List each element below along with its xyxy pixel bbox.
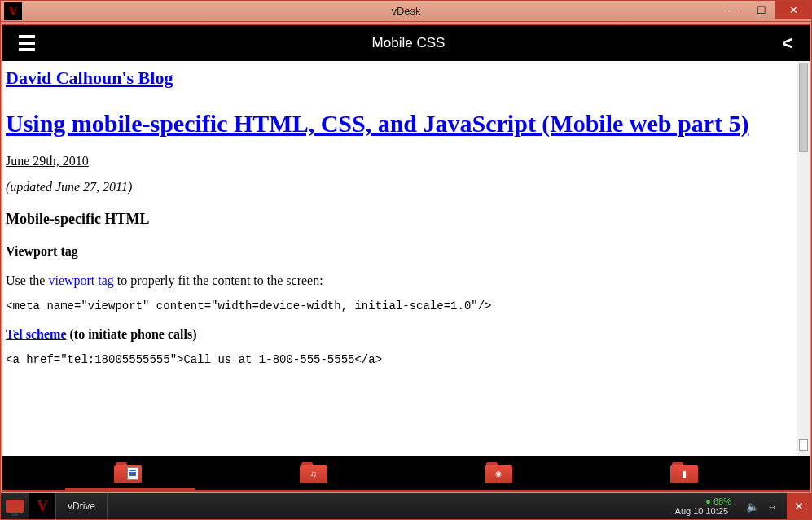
section-heading: Mobile-specific HTML <box>6 211 793 228</box>
content-wrap: David Calhoun's Blog Using mobile-specif… <box>2 61 810 456</box>
maximize-button[interactable]: ☐ <box>748 1 775 19</box>
text: Use the <box>6 273 48 287</box>
article-updated: (updated June 27, 2011) <box>6 180 793 194</box>
app-icon: V <box>4 2 22 20</box>
taskbar-close-button[interactable]: ✕ <box>787 493 811 519</box>
window-title: vDesk <box>391 5 420 17</box>
back-icon[interactable]: < <box>782 32 793 55</box>
viewport-paragraph: Use the viewport tag to properly fit the… <box>6 273 793 288</box>
desktop-icon[interactable] <box>1 493 29 519</box>
text: to properly fit the content to the scree… <box>114 273 323 287</box>
volume-icon[interactable]: 🔈 <box>743 500 762 513</box>
accent-line-bottom <box>2 490 810 492</box>
web-content[interactable]: David Calhoun's Blog Using mobile-specif… <box>2 61 797 456</box>
minimize-button[interactable]: — <box>720 1 748 19</box>
scrollbar[interactable] <box>797 61 810 456</box>
viewport-tag-link[interactable]: viewport tag <box>48 273 113 287</box>
scrollbar-corner <box>799 439 808 451</box>
article-date: June 29th, 2010 <box>6 154 793 168</box>
fullscreen-icon[interactable]: ↔ <box>762 500 782 513</box>
blog-home-link[interactable]: David Calhoun's Blog <box>6 68 173 88</box>
article-title: Using mobile-specific HTML, CSS, and Jav… <box>6 108 793 139</box>
scrollbar-thumb[interactable] <box>799 63 808 152</box>
titlebar[interactable]: V vDesk — ☐ ✕ <box>1 1 811 22</box>
text: (to initiate phone calls) <box>67 327 197 341</box>
code-tel: <a href="tel:18005555555">Call us at 1-8… <box>6 353 793 366</box>
page-title: Mobile CSS <box>372 35 446 51</box>
documents-folder-icon[interactable] <box>114 462 142 483</box>
subsection-viewport: Viewport tag <box>6 244 793 259</box>
app-window: V vDesk — ☐ ✕ Mobile CSS < David Calhoun… <box>0 0 812 520</box>
code-viewport: <meta name="viewport" content="width=dev… <box>6 299 793 312</box>
battery-status: ● 68% <box>675 496 731 506</box>
app-body: Mobile CSS < David Calhoun's Blog Using … <box>2 24 810 492</box>
videos-folder-icon[interactable]: ▮ <box>670 462 698 483</box>
music-folder-icon[interactable]: ♫ <box>300 462 327 483</box>
menu-icon[interactable] <box>19 35 35 51</box>
photos-folder-icon[interactable]: ◉ <box>485 462 512 483</box>
tel-heading: Tel scheme (to initiate phone calls) <box>6 327 793 342</box>
taskbar: V vDrive ● 68% Aug 10 10:25 🔈 ↔ ✕ <box>1 493 811 519</box>
tel-scheme-link[interactable]: Tel scheme <box>6 327 67 341</box>
taskbar-app-vdrive[interactable]: vDrive <box>56 493 108 519</box>
start-v-icon[interactable]: V <box>29 493 56 519</box>
bottom-toolbar: ♫ ◉ ▮ <box>2 456 810 490</box>
window-controls: — ☐ ✕ <box>720 1 811 19</box>
clock: Aug 10 10:25 <box>675 506 728 516</box>
close-button[interactable]: ✕ <box>775 1 811 19</box>
active-underline <box>65 488 195 490</box>
taskbar-tray: ● 68% Aug 10 10:25 🔈 ↔ ✕ <box>675 493 811 519</box>
article-title-link[interactable]: Using mobile-specific HTML, CSS, and Jav… <box>6 110 749 137</box>
app-header: Mobile CSS < <box>2 25 810 61</box>
